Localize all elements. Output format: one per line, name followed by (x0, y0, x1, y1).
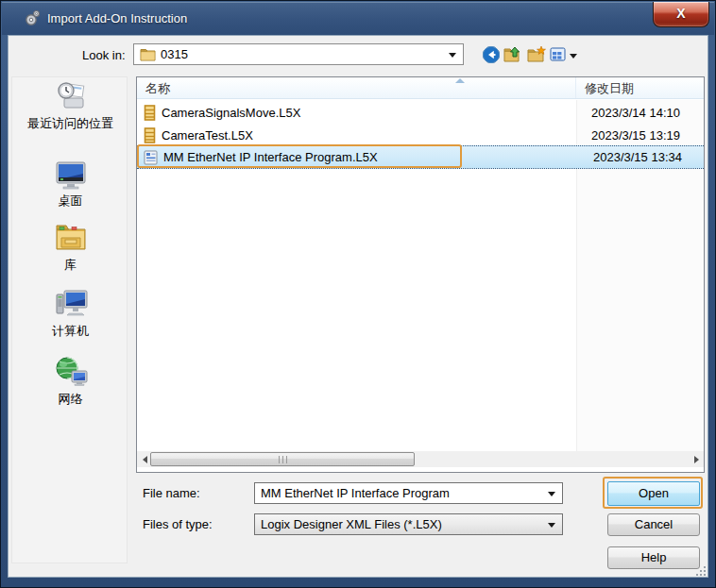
sidebar-item-label: 桌面 (59, 193, 83, 208)
libraries-icon (53, 221, 89, 255)
file-name: CameraTest.L5X (162, 128, 579, 143)
cancel-button[interactable]: Cancel (607, 513, 700, 536)
look-in-dropdown[interactable]: 0315 (133, 43, 464, 65)
sidebar-item-computer[interactable]: 计算机 (12, 287, 128, 340)
sidebar-item-recent-places[interactable]: 最近访问的位置 (12, 81, 128, 132)
horizontal-scrollbar[interactable] (137, 451, 704, 467)
sidebar-item-label: 网络 (59, 392, 83, 406)
view-menu-caret-icon[interactable] (570, 54, 577, 59)
back-button[interactable] (481, 45, 502, 64)
up-one-level-button[interactable] (503, 45, 523, 64)
files-of-type-value: Logix Designer XML Files (*.L5X) (261, 517, 541, 531)
title-bar[interactable]: Import Add-On Instruction (2, 2, 714, 35)
column-header-date[interactable]: 修改日期 (576, 77, 704, 98)
sidebar-item-label: 最近访问的位置 (27, 116, 113, 130)
chevron-down-icon (449, 53, 456, 58)
sidebar-item-label: 计算机 (52, 324, 89, 338)
list-header: 名称 修改日期 (137, 77, 704, 99)
resize-grip-icon[interactable] (695, 565, 707, 577)
view-menu-button[interactable] (550, 45, 567, 64)
places-bar: 最近访问的位置 桌面 库 (11, 76, 128, 563)
computer-icon (53, 287, 89, 321)
file-row-selected[interactable]: MM EtherNet IP Interface Program.L5X 202… (137, 145, 704, 169)
scrollbar-thumb[interactable] (150, 452, 415, 466)
sort-ascending-icon (455, 78, 465, 83)
file-date: 2023/3/15 13:19 (579, 128, 680, 143)
arrow-right-icon (694, 456, 699, 463)
sidebar-item-libraries[interactable]: 库 (12, 221, 128, 274)
file-name: CameraSignalsMove.L5X (162, 106, 579, 120)
recent-places-icon (53, 81, 89, 113)
open-button[interactable]: Open (607, 481, 700, 506)
look-in-label: Look in: (82, 48, 126, 62)
sidebar-item-network[interactable]: 网络 (12, 355, 128, 408)
file-row[interactable]: CameraSignalsMove.L5X 2023/3/14 14:10 (137, 101, 704, 124)
file-name-value: MM EtherNet IP Interface Program (261, 486, 541, 500)
chevron-down-icon (548, 523, 555, 528)
look-in-value: 0315 (161, 47, 188, 61)
scroll-right-button[interactable] (689, 451, 704, 467)
window-title: Import Add-On Instruction (47, 11, 187, 25)
import-addon-dialog: Import Add-On Instruction X Look in: 031… (0, 0, 716, 588)
aoi-file-icon (144, 150, 158, 165)
column-header-name[interactable]: 名称 (137, 77, 576, 98)
file-name-input[interactable]: MM EtherNet IP Interface Program (254, 482, 563, 504)
file-name-label: File name: (143, 486, 200, 500)
sidebar-item-desktop[interactable]: 桌面 (12, 159, 128, 210)
file-date: 2023/3/14 14:10 (579, 106, 680, 120)
chevron-down-icon (548, 492, 555, 496)
new-folder-button[interactable] (526, 45, 547, 64)
ladder-file-icon (144, 127, 156, 143)
desktop-icon (53, 159, 89, 191)
grip-icon (279, 456, 287, 463)
app-gear-icon (25, 9, 42, 26)
close-button[interactable]: X (653, 2, 709, 27)
files-of-type-dropdown[interactable]: Logix Designer XML Files (*.L5X) (254, 513, 563, 535)
file-date: 2023/3/15 13:34 (581, 150, 682, 164)
help-button[interactable]: Help (607, 546, 700, 569)
files-of-type-label: Files of type: (143, 517, 213, 531)
ladder-file-icon (144, 105, 156, 121)
network-icon (53, 355, 89, 389)
folder-icon (140, 47, 157, 62)
arrow-left-icon (143, 456, 147, 463)
file-row[interactable]: CameraTest.L5X 2023/3/15 13:19 (137, 124, 704, 146)
sidebar-item-label: 库 (64, 258, 77, 272)
file-name: MM EtherNet IP Interface Program.L5X (163, 150, 581, 164)
file-list: 名称 修改日期 CameraSignalsMove.L5X 2023/3/14 … (136, 76, 705, 473)
